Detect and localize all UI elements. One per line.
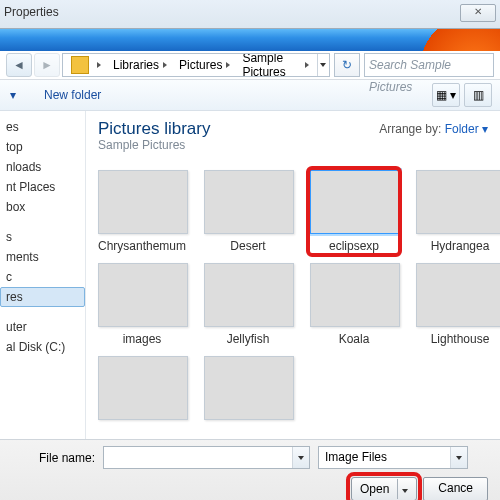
thumbnail-image: [204, 263, 294, 327]
sidebar-item[interactable]: res: [0, 287, 85, 307]
thumbnail-item[interactable]: [204, 356, 292, 425]
thumbnail-caption: Jellyfish: [204, 332, 292, 346]
thumbnail-Jellyfish[interactable]: Jellyfish: [204, 263, 292, 346]
thumbnail-item[interactable]: [98, 356, 186, 425]
sidebar-item[interactable]: s: [0, 227, 85, 247]
close-icon[interactable]: ✕: [460, 4, 496, 22]
thumbnail-image: [310, 263, 400, 327]
thumbnail-eclipsexp[interactable]: eclipsexp: [308, 168, 400, 255]
thumbnail-image: [416, 263, 500, 327]
thumbnail-image: [98, 356, 188, 420]
thumbnail-Desert[interactable]: Desert: [204, 170, 292, 253]
thumbnail-image: [310, 170, 400, 234]
chevron-down-icon: [397, 479, 408, 499]
forward-button[interactable]: ►: [34, 53, 60, 77]
chevron-down-icon[interactable]: [450, 447, 467, 468]
sidebar-item[interactable]: top: [0, 137, 85, 157]
thumbnail-caption: Lighthouse: [416, 332, 500, 346]
search-input[interactable]: Search Sample Pictures: [364, 53, 494, 77]
thumbnail-Chrysanthemum[interactable]: Chrysanthemum: [98, 170, 186, 253]
thumbnail-caption: eclipsexp: [310, 239, 398, 253]
sidebar-item[interactable]: uter: [0, 317, 85, 337]
address-bar[interactable]: Libraries Pictures Sample Pictures: [62, 53, 330, 77]
thumbnail-image: [98, 170, 188, 234]
thumbnail-image: [416, 170, 500, 234]
organize-menu[interactable]: ▾: [8, 84, 18, 106]
arrange-by-link: Folder ▾: [445, 122, 488, 136]
footer: File name: Image Files Open Cance: [0, 439, 500, 500]
thumbnail-image: [204, 170, 294, 234]
sidebar-item[interactable]: al Disk (C:): [0, 337, 85, 357]
thumbnail-grid: ChrysanthemumDeserteclipsexpHydrangeaima…: [98, 170, 488, 425]
thumbnail-image: [204, 356, 294, 420]
breadcrumb-seg[interactable]: Sample Pictures: [242, 53, 300, 77]
folder-icon: [71, 56, 89, 74]
sidebar-item[interactable]: ments: [0, 247, 85, 267]
nav-sidebar: estopnloadsnt Placesboxsmentscresuteral …: [0, 111, 86, 439]
toolbar: ▾ New folder ▦ ▾ ▥: [0, 80, 500, 111]
thumbnail-caption: Koala: [310, 332, 398, 346]
cancel-button[interactable]: Cance: [423, 477, 488, 500]
thumbnail-Hydrangea[interactable]: Hydrangea: [416, 170, 500, 253]
sidebar-item[interactable]: nloads: [0, 157, 85, 177]
sidebar-item[interactable]: box: [0, 197, 85, 217]
content-pane: Pictures library Sample Pictures Arrange…: [86, 111, 500, 439]
thumbnail-caption: Hydrangea: [416, 239, 500, 253]
refresh-button[interactable]: ↻: [334, 53, 360, 77]
address-dropdown[interactable]: [317, 54, 329, 76]
filename-label: File name:: [10, 451, 95, 465]
thumbnail-caption: Chrysanthemum: [98, 239, 186, 253]
open-button[interactable]: Open: [351, 477, 417, 500]
sidebar-item[interactable]: c: [0, 267, 85, 287]
preview-pane-button[interactable]: ▥: [464, 83, 492, 107]
chevron-down-icon[interactable]: [292, 447, 309, 468]
breadcrumb-seg[interactable]: Libraries: [113, 58, 159, 72]
thumbnail-images[interactable]: images: [98, 263, 186, 346]
back-button[interactable]: ◄: [6, 53, 32, 77]
thumbnail-caption: images: [98, 332, 186, 346]
thumbnail-image: [98, 263, 188, 327]
filename-input[interactable]: [103, 446, 310, 469]
thumbnail-Koala[interactable]: Koala: [310, 263, 398, 346]
view-mode-button[interactable]: ▦ ▾: [432, 83, 460, 107]
library-subtitle: Sample Pictures: [98, 138, 488, 152]
nav-row: ◄ ► Libraries Pictures Sample Pictures ↻…: [0, 51, 500, 80]
arrange-by[interactable]: Arrange by: Folder ▾: [379, 122, 488, 136]
window-title: Properties: [4, 5, 59, 19]
taskbar-strip: [0, 29, 500, 51]
sidebar-item[interactable]: nt Places: [0, 177, 85, 197]
filetype-filter[interactable]: Image Files: [318, 446, 468, 469]
breadcrumb-seg[interactable]: Pictures: [179, 58, 222, 72]
thumbnail-caption: Desert: [204, 239, 292, 253]
new-folder-button[interactable]: New folder: [42, 84, 103, 106]
sidebar-item[interactable]: es: [0, 117, 85, 137]
thumbnail-Lighthouse[interactable]: Lighthouse: [416, 263, 500, 346]
properties-titlebar: Properties ✕: [0, 0, 500, 29]
